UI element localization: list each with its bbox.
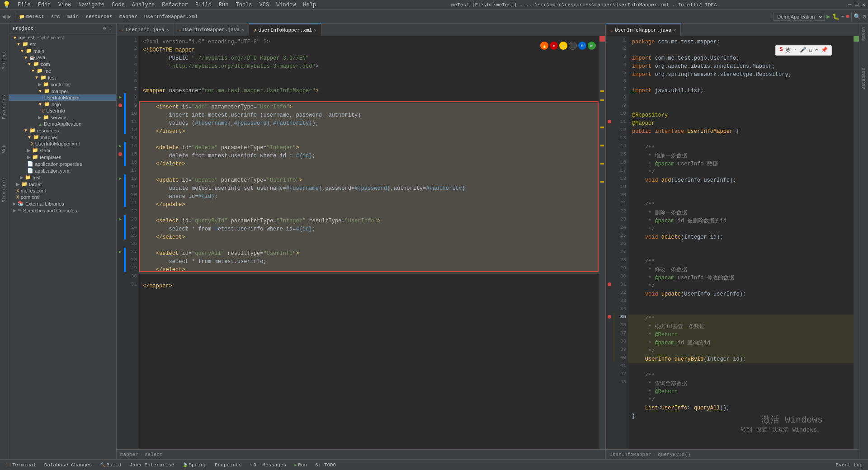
toolbar-sep5: › [114, 14, 118, 20]
browser-icon-3[interactable]: ★ [559, 42, 567, 50]
tree-item-main[interactable]: ▼ 📁 main [9, 47, 116, 54]
bottom-tab-java-enterprise[interactable]: Java Enterprise [126, 461, 178, 469]
menu-item-vcs[interactable]: VCS [256, 1, 273, 9]
structure-tab-icon[interactable]: Structure [2, 178, 7, 202]
window-controls[interactable]: ─ □ ✕ [848, 1, 865, 8]
browser-icon-6[interactable]: ▶ [588, 42, 596, 50]
browser-icon-5[interactable]: e [578, 42, 586, 50]
project-panel-settings[interactable]: ⋮ [108, 25, 113, 31]
tree-item-com[interactable]: ▼ 📁 com [9, 61, 116, 67]
bottom-tab-messages[interactable]: ⚡0: Messages [246, 461, 290, 469]
ime-settings2[interactable]: ◻ [809, 47, 812, 54]
tree-item-external-libraries[interactable]: ▶ 📚 External Libraries [9, 200, 116, 207]
menu-item-window[interactable]: Window [273, 1, 299, 9]
tree-item-java[interactable]: ▼ ☕ java [9, 54, 116, 61]
bottom-tab-spring[interactable]: 🍃Spring [179, 461, 210, 469]
menu-item-file[interactable]: File [14, 1, 34, 9]
title-text: meTest [E:\yhr\meTest] - ...\src\main\re… [320, 2, 848, 8]
maximize-button[interactable]: □ [855, 1, 859, 8]
tree-item-me[interactable]: ▼ 📁 me [9, 67, 116, 74]
tree-item-resources[interactable]: ▼ 📁 resources [9, 127, 116, 134]
tree-item-pojo[interactable]: ▼ 📁 pojo [9, 101, 116, 108]
menu-item-analyze[interactable]: Analyze [128, 1, 158, 9]
project-panel-gear[interactable]: ⚙ [103, 25, 106, 31]
ime-scissors[interactable]: ✂ [815, 47, 818, 54]
menu-item-refactor[interactable]: Refactor [158, 1, 192, 9]
menu-item-help[interactable]: Help [299, 1, 320, 9]
web-tab-icon[interactable]: Web [2, 145, 7, 153]
tree-item-src[interactable]: ▼ 📁 src [9, 41, 116, 47]
tree-item-templates[interactable]: ▶ 📁 templates [9, 154, 116, 160]
bottom-tab-terminal[interactable]: ⬛Terminal [2, 461, 40, 469]
bottom-tab-endpoints[interactable]: Endpoints [211, 461, 245, 469]
tree-item-mapper-res[interactable]: ▼ 📁 mapper [9, 134, 116, 141]
xml-line-27: <select id="queryAll" resultType="UserIn… [139, 249, 605, 258]
menu-item-navigate[interactable]: Navigate [75, 1, 108, 9]
menu-item-view[interactable]: View [55, 1, 75, 9]
settings-button[interactable]: ⚙ [863, 13, 866, 20]
tree-item-test2[interactable]: ▶ 📁 test [9, 174, 116, 181]
tree-item-metest[interactable]: ▼ meTest E:\yhr\meTest [9, 34, 116, 41]
stop-button[interactable]: ■ [846, 13, 849, 20]
favorites-tab-icon[interactable]: Favorites [2, 95, 7, 119]
menu-item-tools[interactable]: Tools [232, 1, 256, 9]
tree-item-scratches[interactable]: ▶ ✏ Scratches and Consoles [9, 207, 116, 214]
search-everywhere-button[interactable]: 🔍 [854, 13, 861, 20]
tab-userinfomapper-java-left[interactable]: ☕ UserInfoMapper.java ✕ [174, 24, 249, 36]
ime-pin[interactable]: 📌 [821, 47, 828, 54]
tree-item-controller[interactable]: ▶ 📁 controller [9, 81, 116, 88]
bottom-tab-build[interactable]: 🔨Build [96, 461, 125, 469]
java-line-43: * 查询全部数据 [628, 380, 859, 388]
forward-button[interactable]: ▶ [7, 13, 11, 20]
browser-icon-4[interactable]: ⬛ [569, 42, 577, 50]
close-button[interactable]: ✕ [862, 1, 865, 8]
tree-item-demoapplication[interactable]: ▲ DemoApplication [9, 121, 116, 127]
tab-userinfo-java[interactable]: ☕ UserInfo.java ✕ [117, 24, 174, 36]
bottom-tab-db-changes[interactable]: Database Changes [41, 461, 96, 469]
tree-item-app-properties[interactable]: 📄 application.properties [9, 160, 116, 167]
menu-item-edit[interactable]: Edit [34, 1, 55, 9]
xml-line-24: select * from metest.userinfo where id=#… [139, 225, 605, 233]
event-log-button[interactable]: Event Log [832, 461, 866, 469]
menu-bar[interactable]: FileEditViewNavigateCodeAnalyzeRefactorB… [14, 1, 320, 9]
xml-line-22 [139, 209, 605, 217]
tree-item-metest-xml[interactable]: X meTest.xml [9, 188, 116, 194]
tree-item-static[interactable]: ▶ 📁 static [9, 147, 116, 154]
tree-item-service[interactable]: ▶ 📁 service [9, 114, 116, 121]
tab-userinfomapper-xml[interactable]: ✗ UserInfoMapper.xml ✕ [249, 24, 321, 36]
ime-en[interactable]: 英 [785, 47, 791, 54]
run-button[interactable]: ▶ [826, 13, 830, 20]
tree-item-app-yaml[interactable]: 📄 application.yaml [9, 167, 116, 174]
menu-item-run[interactable]: Run [215, 1, 232, 9]
minimize-button[interactable]: ─ [848, 1, 851, 8]
tree-item-userinfo-class[interactable]: C UserInfo [9, 108, 116, 114]
tree-item-userinfomapper-xml[interactable]: X UserInfoMapper.xml [9, 141, 116, 147]
maven-icon[interactable]: Maven [861, 27, 866, 41]
xml-code-lines[interactable]: <?xml version="1.0" encoding="UTF-8" ?> … [139, 36, 605, 449]
tree-item-test[interactable]: ▼ 📁 test [9, 74, 116, 81]
bottom-tab-run[interactable]: ▶Run [291, 461, 311, 469]
browser-icon-1[interactable]: 🔥 [540, 42, 548, 50]
resources-label: resources [85, 14, 112, 19]
tab-userinfomapper-java-right[interactable]: ☕ UserInfoMapper.java ✕ [606, 24, 681, 36]
project-tab-icon[interactable]: Project [2, 51, 7, 70]
run-config-dropdown[interactable]: DemoApplication [773, 13, 825, 21]
ime-mic[interactable]: 🎤 [800, 47, 807, 54]
bottom-tab-todo[interactable]: 6: TODO [311, 461, 340, 469]
coverage-button[interactable]: ☂ [841, 14, 844, 19]
java-code-lines[interactable]: package com.me.test.mapper; import com.m… [628, 36, 859, 449]
java-line-13 [628, 136, 859, 144]
tree-item-pom-xml[interactable]: X pom.xml [9, 194, 116, 200]
debug-button[interactable]: 🐛 [832, 13, 840, 20]
java-line-44: * @Return [628, 388, 859, 396]
tree-item-target[interactable]: ▶ 📁 target [9, 181, 116, 188]
tree-item-userinfomapper-java[interactable]: I UserInfoMapper [9, 94, 116, 101]
database-icon[interactable]: Database [861, 68, 866, 89]
back-button[interactable]: ◀ [2, 13, 5, 20]
xml-line-8 [139, 95, 605, 103]
menu-item-build[interactable]: Build [192, 1, 215, 9]
tree-item-mapper-folder[interactable]: ▼ 📁 mapper [9, 88, 116, 94]
xml-line-21: </update> [139, 201, 605, 209]
browser-icon-2[interactable]: ● [550, 42, 558, 50]
menu-item-code[interactable]: Code [108, 1, 128, 9]
